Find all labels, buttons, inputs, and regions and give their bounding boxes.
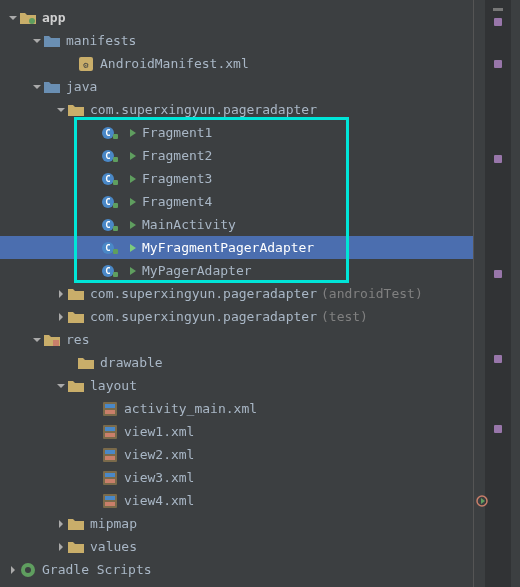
svg-rect-32 xyxy=(105,450,115,454)
run-marker-icon xyxy=(128,194,138,210)
svg-rect-36 xyxy=(105,479,115,483)
tree-row-package-test[interactable]: com.superxingyun.pageradapter (test) xyxy=(0,305,473,328)
minimap-marker xyxy=(494,18,502,26)
run-marker-icon xyxy=(128,125,138,141)
node-label: Fragment4 xyxy=(142,194,212,209)
svg-rect-23 xyxy=(113,272,118,277)
tree-row-android-manifest[interactable]: ⚙ AndroidManifest.xml xyxy=(0,52,473,75)
run-marker-icon xyxy=(128,240,138,256)
package-folder-icon xyxy=(68,309,84,325)
folder-icon xyxy=(68,516,84,532)
minimap-marker xyxy=(494,60,502,68)
chevron-down-icon[interactable] xyxy=(54,103,68,117)
node-label: layout xyxy=(90,378,137,393)
run-marker-icon xyxy=(128,148,138,164)
chevron-right-icon[interactable] xyxy=(54,517,68,531)
svg-rect-24 xyxy=(53,340,59,346)
tree-row-my-pager-adapter[interactable]: C MyPagerAdapter xyxy=(0,259,473,282)
chevron-right-icon[interactable] xyxy=(54,310,68,324)
module-folder-icon xyxy=(20,10,36,26)
tree-row-java[interactable]: java xyxy=(0,75,473,98)
class-icon: C xyxy=(102,217,118,233)
svg-rect-11 xyxy=(113,180,118,185)
node-label: mipmap xyxy=(90,516,137,531)
tree-row-view1[interactable]: view1.xml xyxy=(0,420,473,443)
node-label: MyFragmentPagerAdapter xyxy=(142,240,314,255)
folder-icon xyxy=(78,355,94,371)
svg-point-0 xyxy=(29,18,35,24)
svg-rect-29 xyxy=(105,427,115,431)
node-label: view2.xml xyxy=(124,447,194,462)
svg-rect-5 xyxy=(113,134,118,139)
svg-rect-8 xyxy=(113,157,118,162)
folder-icon xyxy=(68,539,84,555)
svg-text:C: C xyxy=(105,197,110,207)
tree-row-layout[interactable]: layout xyxy=(0,374,473,397)
node-label: view4.xml xyxy=(124,493,194,508)
node-label: java xyxy=(66,79,97,94)
tree-row-fragment1[interactable]: C Fragment1 xyxy=(0,121,473,144)
tree-row-gradle-scripts[interactable]: Gradle Scripts xyxy=(0,558,473,581)
svg-rect-39 xyxy=(105,502,115,506)
node-label: Gradle Scripts xyxy=(42,562,152,577)
folder-icon xyxy=(44,79,60,95)
svg-text:⚙: ⚙ xyxy=(82,60,89,70)
tree-row-main-activity[interactable]: C MainActivity xyxy=(0,213,473,236)
node-label: values xyxy=(90,539,137,554)
tree-row-fragment4[interactable]: C Fragment4 xyxy=(0,190,473,213)
svg-rect-26 xyxy=(105,404,115,408)
chevron-down-icon[interactable] xyxy=(30,80,44,94)
tree-row-view4[interactable]: view4.xml xyxy=(0,489,473,512)
tree-row-fragment2[interactable]: C Fragment2 xyxy=(0,144,473,167)
svg-rect-17 xyxy=(113,226,118,231)
chevron-down-icon[interactable] xyxy=(54,379,68,393)
chevron-down-icon[interactable] xyxy=(30,34,44,48)
node-label: com.superxingyun.pageradapter xyxy=(90,309,317,324)
folder-icon xyxy=(68,378,84,394)
minimap-marker xyxy=(494,425,502,433)
svg-text:C: C xyxy=(105,243,110,253)
layout-file-icon xyxy=(102,424,118,440)
svg-rect-38 xyxy=(105,496,115,500)
node-label: MyPagerAdapter xyxy=(142,263,252,278)
tree-row-my-fragment-pager-adapter[interactable]: C MyFragmentPagerAdapter xyxy=(0,236,473,259)
tree-row-package-androidtest[interactable]: com.superxingyun.pageradapter (androidTe… xyxy=(0,282,473,305)
tree-row-manifests[interactable]: manifests xyxy=(0,29,473,52)
xml-file-icon: ⚙ xyxy=(78,56,94,72)
tree-row-res[interactable]: res xyxy=(0,328,473,351)
chevron-down-icon[interactable] xyxy=(30,333,44,347)
node-label: MainActivity xyxy=(142,217,236,232)
node-label: view3.xml xyxy=(124,470,194,485)
package-folder-icon xyxy=(68,102,84,118)
svg-rect-33 xyxy=(105,456,115,460)
svg-text:C: C xyxy=(105,220,110,230)
run-marker-icon xyxy=(128,171,138,187)
chevron-right-icon[interactable] xyxy=(54,287,68,301)
tree-row-package[interactable]: com.superxingyun.pageradapter xyxy=(0,98,473,121)
chevron-right-icon[interactable] xyxy=(6,563,20,577)
tree-row-drawable[interactable]: drawable xyxy=(0,351,473,374)
minimap-scrollbar[interactable] xyxy=(485,0,511,587)
node-label: Fragment3 xyxy=(142,171,212,186)
svg-rect-20 xyxy=(113,249,118,254)
svg-rect-35 xyxy=(105,473,115,477)
editor-gutter-strip xyxy=(473,0,520,587)
tree-row-app[interactable]: app xyxy=(0,6,473,29)
class-icon: C xyxy=(102,148,118,164)
gutter-run-icon[interactable] xyxy=(476,495,488,507)
node-label: com.superxingyun.pageradapter xyxy=(90,286,317,301)
tree-row-view2[interactable]: view2.xml xyxy=(0,443,473,466)
project-tree[interactable]: app manifests ⚙ AndroidManifest.xml java… xyxy=(0,0,473,581)
package-folder-icon xyxy=(68,286,84,302)
tree-row-mipmap[interactable]: mipmap xyxy=(0,512,473,535)
node-suffix: (androidTest) xyxy=(321,286,423,301)
tree-row-values[interactable]: values xyxy=(0,535,473,558)
chevron-right-icon[interactable] xyxy=(54,540,68,554)
svg-text:C: C xyxy=(105,128,110,138)
tree-row-view3[interactable]: view3.xml xyxy=(0,466,473,489)
tree-row-activity-main[interactable]: activity_main.xml xyxy=(0,397,473,420)
gradle-icon xyxy=(20,562,36,578)
chevron-down-icon[interactable] xyxy=(6,11,20,25)
tree-row-fragment3[interactable]: C Fragment3 xyxy=(0,167,473,190)
node-label: Fragment1 xyxy=(142,125,212,140)
